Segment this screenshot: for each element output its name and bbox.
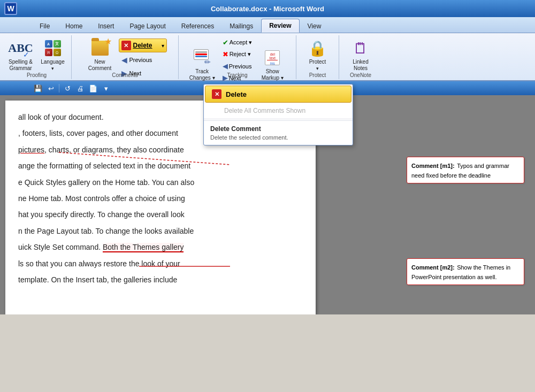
tracking-group-label: Tracking [227, 72, 248, 78]
toolbar-separator-1 [59, 84, 59, 93]
prev-change-label: Previous [229, 63, 252, 70]
tab-file[interactable]: File [32, 20, 57, 33]
dropdown-divider [204, 119, 353, 119]
proofing-group-label: Proofing [27, 72, 47, 78]
protect-label: Protect▾ [309, 59, 326, 72]
window-title: Collaborate.docx - Microsoft Word [211, 5, 324, 13]
delete-dropdown-arrow: ▾ [162, 43, 164, 49]
show-markup-label: ShowMarkup ▾ [262, 68, 284, 81]
doc-para-7: hat you specify directly. To change the … [18, 209, 303, 220]
highlighted-pictures: pictures [18, 145, 44, 154]
star-icon: ★ [104, 36, 112, 47]
onenote-group-label: OneNote [350, 72, 371, 78]
tooltip-title: Delete Comment [210, 125, 346, 133]
dropdown-delete-label: Delete [226, 90, 247, 98]
reject-icon: ✖ [223, 50, 228, 58]
previous-label: Previous [129, 57, 152, 63]
dropdown-delete-all-label: Delete All Comments Shown [224, 107, 305, 114]
ribbon-body: ABC ✓ Spelling &Grammar A 文 Я Ω La [0, 33, 535, 81]
lang-icon-2: 文 [54, 40, 61, 48]
track-changes-button[interactable]: ✏ TrackChanges ▾ [187, 47, 217, 82]
accept-label: Accept ▾ [230, 39, 253, 46]
doc-para-11: template. On the Insert tab, the galleri… [18, 274, 303, 286]
checkmark-icon: ✓ [23, 50, 29, 59]
reject-button[interactable]: ✖ Reject ▾ [220, 49, 255, 59]
onenote-icon: 🗒 [353, 40, 368, 57]
spelling-grammar-button[interactable]: ABC ✓ Spelling &Grammar [6, 37, 36, 73]
lang-icon-3: Я [45, 49, 52, 56]
delete-x-icon: ✕ [121, 41, 131, 50]
protect-button[interactable]: 🔒 Protect▾ [303, 37, 333, 73]
shield-lock-icon: 🔒 [308, 40, 327, 57]
accept-icon: ✔ [223, 39, 228, 47]
doc-para-5: e Quick Styles gallery on the Home tab. … [18, 176, 303, 188]
new-comment-button[interactable]: ★ NewComment [83, 37, 117, 73]
save-quick-button[interactable]: 💾 [32, 82, 44, 94]
doc-para-10: ls so that you can always restore the lo… [18, 258, 303, 270]
lang-icon-4: Ω [54, 49, 61, 56]
track-changes-label: TrackChanges ▾ [189, 68, 215, 81]
title-bar: W Collaborate.docx - Microsoft Word [0, 0, 535, 17]
prev-change-button[interactable]: ◀ Previous [220, 61, 255, 71]
dropdown-delete-item[interactable]: ✕ Delete [205, 86, 351, 103]
tab-review[interactable]: Review [261, 19, 299, 33]
tab-view[interactable]: View [300, 20, 329, 33]
ribbon-tabs: File Home Insert Page Layout References … [0, 17, 535, 33]
language-label: Language▾ [41, 59, 65, 72]
comment-m1: Comment [m1]: Typos and grammar need fix… [407, 157, 524, 183]
prev-change-icon: ◀ [223, 62, 228, 70]
redo-quick-button[interactable]: ↺ [62, 82, 73, 94]
group-proofing: ABC ✓ Spelling &Grammar A 文 Я Ω La [2, 35, 72, 79]
doc-para-6: ne Home tab. Most controls offer a choic… [18, 193, 303, 204]
comments-group-label: Comments [112, 72, 137, 78]
group-onenote: 🗒 LinkedNotes OneNote [339, 35, 382, 79]
doc-para-3: pictures, charts, or diagrams, they also… [18, 144, 303, 156]
undo-quick-button[interactable]: ↩ [45, 82, 57, 94]
protect-group-label: Protect [309, 72, 326, 78]
abc-icon: ABC [8, 41, 33, 55]
tab-home[interactable]: Home [58, 20, 90, 33]
tab-mailings[interactable]: Mailings [222, 20, 261, 33]
word-icon: W [4, 2, 17, 15]
tooltip-description: Delete the selected comment. [210, 134, 346, 141]
highlighted-themes: Both the Themes gallery [103, 243, 184, 252]
show-markup-button[interactable]: del text ins text ShowMarkup ▾ [257, 47, 287, 82]
doc-para-8: n the Page Layout tab. To change the loo… [18, 225, 303, 237]
linked-notes-label: LinkedNotes [353, 59, 368, 72]
group-comments: ★ NewComment ✕ Delete ▾ ◀ Previous [72, 35, 179, 79]
dropdown-delete-all-item[interactable]: Delete All Comments Shown [204, 104, 353, 118]
reject-label: Reject ▾ [230, 51, 251, 58]
linked-notes-button[interactable]: 🗒 LinkedNotes [346, 37, 376, 73]
previous-button[interactable]: ◀ Previous [119, 54, 167, 66]
tooltip-section: Delete Comment Delete the selected comme… [204, 120, 353, 145]
comment-m1-title: Comment [m1]: [411, 163, 455, 169]
lang-icon-1: A [45, 40, 52, 48]
tab-page-layout[interactable]: Page Layout [122, 20, 173, 33]
track-pencil-icon: ✏ [204, 58, 211, 66]
accept-reject-group: ✔ Accept ▾ ✖ Reject ▾ ◀ Previous ▶ Next [220, 37, 255, 91]
delete-label: Delete [133, 42, 152, 49]
group-protect: 🔒 Protect▾ Protect [296, 35, 339, 79]
spelling-label: Spelling &Grammar [9, 59, 33, 72]
group-tracking: ✏ TrackChanges ▾ ✔ Accept ▾ ✖ Reject ▾ ◀… [179, 35, 296, 79]
prev-icon: ◀ [121, 56, 127, 64]
delete-button[interactable]: ✕ Delete ▾ [119, 39, 167, 52]
accept-button[interactable]: ✔ Accept ▾ [220, 37, 255, 48]
dropdown-delete-icon: ✕ [212, 89, 221, 99]
dropdown-menu: ✕ Delete Delete All Comments Shown Delet… [203, 84, 353, 145]
tab-insert[interactable]: Insert [90, 20, 121, 33]
doc-para-4: ange the formatting of selected text in … [18, 160, 303, 172]
new-comment-label: NewComment [88, 59, 111, 72]
tab-references[interactable]: References [174, 20, 221, 33]
language-button[interactable]: A 文 Я Ω Language▾ [38, 37, 68, 73]
doc-para-9: uick Style Set command. Both the Themes … [18, 241, 303, 253]
comment-m2-title: Comment [m2]: [411, 264, 455, 271]
comment-m2: Comment [m2]: Show the Themes in PowerPo… [407, 258, 524, 285]
